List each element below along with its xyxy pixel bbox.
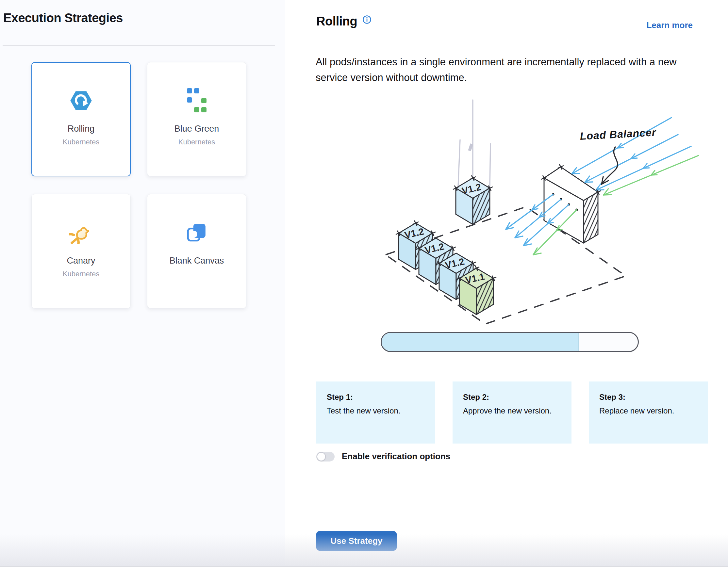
strategy-card-rolling[interactable]: Rolling Kubernetes xyxy=(31,62,131,176)
use-strategy-button[interactable]: Use Strategy xyxy=(316,531,397,551)
strategy-detail-panel: Rolling Learn more All pods/instances in… xyxy=(285,0,728,567)
rolling-strategy-illustration: V1.2 V1.2 V1.2 V1.2 V1.1 Load Balancer xyxy=(376,98,699,333)
divider xyxy=(3,45,275,46)
strategy-name: Blue Green xyxy=(174,124,219,134)
learn-more-link[interactable]: Learn more xyxy=(646,20,693,30)
strategy-name: Rolling xyxy=(68,124,95,134)
strategy-subtitle: Kubernetes xyxy=(178,138,215,146)
step-title: Step 2: xyxy=(463,392,561,402)
strategy-description: All pods/instances in a single environme… xyxy=(316,54,711,86)
step-card-2: Step 2: Approve the new version. xyxy=(453,381,571,443)
strategy-card-grid: Rolling Kubernetes Blue Green Kubernetes xyxy=(31,62,246,308)
blue-green-icon xyxy=(187,88,207,113)
canary-icon xyxy=(69,220,93,245)
step-card-1: Step 1: Test the new version. xyxy=(316,381,435,443)
strategy-card-canary[interactable]: Canary Kubernetes xyxy=(31,194,131,308)
step-title: Step 3: xyxy=(599,392,697,402)
step-text: Replace new version. xyxy=(599,406,697,415)
execution-strategies-panel: Execution Strategies Rolling Kubernetes xyxy=(0,0,285,567)
rollout-progress-bar xyxy=(381,332,639,352)
toggle-knob xyxy=(317,452,326,461)
strategy-steps: Step 1: Test the new version. Step 2: Ap… xyxy=(316,381,708,443)
load-balancer-label: Load Balancer xyxy=(580,126,657,142)
crane-cables xyxy=(458,100,490,187)
blank-canvas-icon xyxy=(186,220,207,245)
strategy-name: Blank Canvas xyxy=(170,256,224,266)
verification-toggle[interactable] xyxy=(316,452,335,461)
page-title: Execution Strategies xyxy=(3,11,123,25)
strategy-card-blank-canvas[interactable]: Blank Canvas xyxy=(147,194,246,308)
load-balancer-box xyxy=(544,167,598,243)
strategy-card-blue-green[interactable]: Blue Green Kubernetes xyxy=(147,62,246,176)
step-text: Test the new version. xyxy=(327,406,425,415)
strategy-name: Canary xyxy=(67,256,95,266)
rolling-icon xyxy=(70,88,92,113)
strategy-subtitle: Kubernetes xyxy=(63,270,100,278)
bottom-edge xyxy=(0,566,728,567)
step-text: Approve the new version. xyxy=(463,406,561,415)
progress-fill xyxy=(382,333,579,351)
step-title: Step 1: xyxy=(327,392,425,402)
info-icon[interactable] xyxy=(362,15,372,25)
verification-toggle-label: Enable verification options xyxy=(342,451,450,461)
step-card-3: Step 3: Replace new version. xyxy=(589,381,708,443)
strategy-subtitle: Kubernetes xyxy=(63,138,100,146)
strategy-title: Rolling xyxy=(316,14,357,28)
